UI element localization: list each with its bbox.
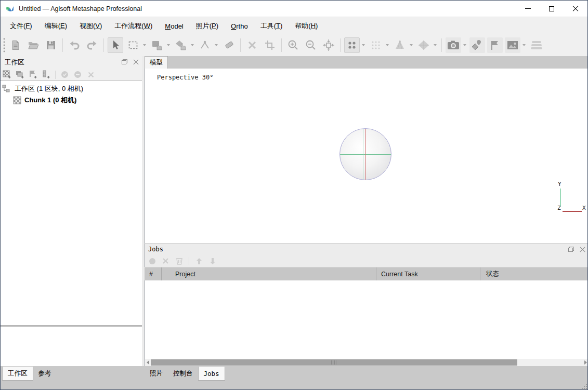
model-shaded-icon xyxy=(394,40,406,50)
shapes-icon xyxy=(471,39,484,51)
model-viewport[interactable]: Perspective 30° Y Z X xyxy=(145,69,588,243)
jobs-close-button[interactable] xyxy=(578,245,586,253)
move-down-button[interactable] xyxy=(207,256,217,266)
save-project-button[interactable] xyxy=(43,37,59,53)
menu-ortho[interactable]: Ortho xyxy=(225,19,254,33)
tree-item-workspace-root[interactable]: 工作区 (1 区块, 0 相机) xyxy=(1,83,142,95)
fit-view-button[interactable] xyxy=(321,37,336,53)
remove-item-button[interactable] xyxy=(86,70,96,79)
camera-button[interactable] xyxy=(446,37,461,53)
tie-points-button[interactable] xyxy=(368,37,384,53)
tree-item-chunk[interactable]: Chunk 1 (0 相机) xyxy=(1,95,142,106)
ortho-image-button[interactable] xyxy=(505,37,520,53)
move-up-button[interactable] xyxy=(194,256,204,266)
ruler-button[interactable] xyxy=(197,37,213,53)
toolbar-separator xyxy=(189,257,189,265)
point-cloud-icon xyxy=(347,40,357,50)
add-marker-button[interactable] xyxy=(28,70,38,79)
crop-icon xyxy=(265,40,275,50)
tab-console[interactable]: 控制台 xyxy=(168,367,198,381)
add-scalebar-button[interactable] xyxy=(41,70,51,79)
flag-button[interactable] xyxy=(487,37,503,53)
add-chunk-icon xyxy=(3,70,11,79)
workspace-close-button[interactable] xyxy=(132,58,140,66)
tiled-model-dropdown[interactable] xyxy=(433,37,438,53)
column-header-project[interactable]: Project xyxy=(162,267,376,280)
model-shaded-dropdown[interactable] xyxy=(409,37,414,53)
column-header-number[interactable]: # xyxy=(145,267,162,280)
workspace-float-button[interactable] xyxy=(120,58,128,66)
column-header-current-task[interactable]: Current Task xyxy=(376,267,480,280)
add-photos-button[interactable] xyxy=(15,70,25,79)
dem-stack-button[interactable] xyxy=(529,37,544,53)
selection-arrow-button[interactable] xyxy=(108,37,123,53)
jobs-panel-header: Jobs xyxy=(145,243,588,255)
scroll-left-button[interactable] xyxy=(145,359,151,366)
resize-grip[interactable] xyxy=(581,383,587,389)
maximize-button[interactable] xyxy=(540,1,564,17)
column-header-status[interactable]: 状态 xyxy=(480,267,588,280)
eraser-icon xyxy=(224,40,234,50)
delete-button[interactable] xyxy=(244,37,260,53)
axis-y-label: Y xyxy=(558,181,561,187)
rotate-object-button[interactable] xyxy=(149,37,165,53)
point-cloud-dropdown[interactable] xyxy=(361,37,366,53)
cancel-job-button[interactable] xyxy=(161,256,171,266)
menu-model[interactable]: Model xyxy=(159,19,189,33)
trackball-sphere[interactable] xyxy=(339,128,391,180)
scroll-left-icon xyxy=(147,360,149,365)
jobs-float-button[interactable] xyxy=(567,245,575,253)
menu-workflow[interactable]: 工作流程(W) xyxy=(108,18,159,34)
workspace-panel-header: 工作区 xyxy=(1,56,142,69)
new-project-button[interactable] xyxy=(8,37,23,53)
menu-photo[interactable]: 照片(P) xyxy=(190,18,225,34)
tab-workspace[interactable]: 工作区 xyxy=(2,367,33,381)
rotate-region-icon xyxy=(175,40,187,50)
minimize-button[interactable] xyxy=(516,1,540,17)
menu-edit[interactable]: 编辑(E) xyxy=(38,18,73,34)
zoom-in-button[interactable] xyxy=(285,37,301,53)
clear-jobs-button[interactable] xyxy=(174,256,184,266)
menu-view[interactable]: 视图(V) xyxy=(73,18,108,34)
point-cloud-button[interactable] xyxy=(344,37,360,53)
tie-points-dropdown[interactable] xyxy=(385,37,390,53)
tab-model[interactable]: 模型 xyxy=(145,56,168,69)
crop-button[interactable] xyxy=(262,37,278,53)
menu-help[interactable]: 帮助(H) xyxy=(289,18,324,34)
ruler-dropdown[interactable] xyxy=(214,37,219,53)
add-chunk-button[interactable] xyxy=(2,70,12,79)
ortho-image-dropdown[interactable] xyxy=(521,37,527,53)
model-shaded-button[interactable] xyxy=(392,37,408,53)
rotate-region-button[interactable] xyxy=(173,37,189,53)
tab-reference[interactable]: 参考 xyxy=(33,367,57,381)
toolbar-separator xyxy=(240,38,241,52)
pause-job-button[interactable] xyxy=(147,256,157,266)
menu-file[interactable]: 文件(F) xyxy=(4,18,38,34)
titlebar: Untitled — Agisoft Metashape Professiona… xyxy=(1,1,587,17)
rectangle-selection-button[interactable] xyxy=(125,37,141,53)
close-button[interactable] xyxy=(564,1,587,17)
tab-jobs[interactable]: Jobs xyxy=(198,367,225,381)
workspace-tree: 工作区 (1 区块, 0 相机) Chunk 1 (0 相机) xyxy=(1,80,142,325)
rotate-object-dropdown[interactable] xyxy=(166,37,171,53)
open-project-button[interactable] xyxy=(25,37,41,53)
model-tabstrip: 模型 xyxy=(145,56,588,69)
undo-button[interactable] xyxy=(67,37,82,53)
eraser-button[interactable] xyxy=(221,37,237,53)
zoom-out-button[interactable] xyxy=(303,37,319,53)
rectangle-selection-dropdown[interactable] xyxy=(142,37,147,53)
jobs-panel-title: Jobs xyxy=(148,246,163,253)
scroll-right-button[interactable] xyxy=(583,359,588,366)
enable-item-button[interactable] xyxy=(60,70,70,79)
toolbar-grip[interactable] xyxy=(2,36,7,54)
shapes-button[interactable] xyxy=(469,37,485,53)
horizontal-scrollbar[interactable] xyxy=(145,359,588,366)
redo-button[interactable] xyxy=(84,37,100,53)
tiled-model-button[interactable] xyxy=(416,37,432,53)
camera-dropdown[interactable] xyxy=(462,37,467,53)
disable-item-button[interactable] xyxy=(73,70,83,79)
tab-photos[interactable]: 照片 xyxy=(145,367,168,381)
menu-tools[interactable]: 工具(T) xyxy=(254,18,289,34)
rotate-region-dropdown[interactable] xyxy=(190,37,195,53)
scrollbar-thumb[interactable] xyxy=(151,359,517,366)
